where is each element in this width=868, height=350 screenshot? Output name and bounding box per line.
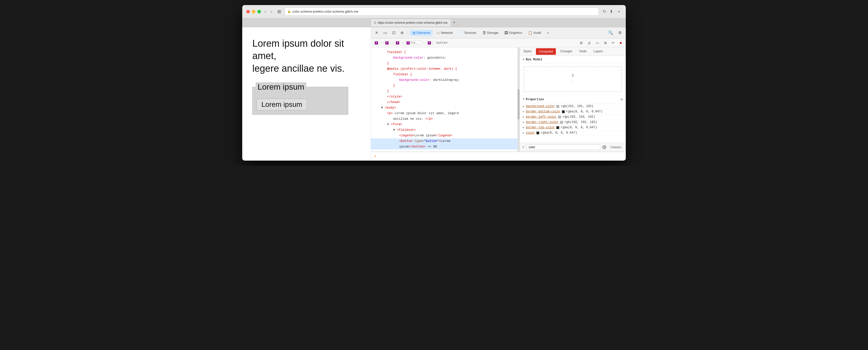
tab-node[interactable]: Node [576,48,590,56]
share-button[interactable]: ⬆ [608,8,614,15]
bc-tool-color[interactable]: ■ [618,40,624,46]
maximize-button[interactable] [257,10,261,13]
box-model-display: – – – 2 – [520,64,626,95]
console-bar: › [371,151,626,161]
classes-button[interactable]: Classes [608,145,623,149]
bc-tool-grid[interactable]: ⊞ [578,40,585,46]
prop-toggle-4[interactable]: ▶ [523,121,524,124]
tab-label: https://color-scheme-prefers-color-schem… [378,21,447,25]
breadcrumb-elem-1[interactable]: E [373,41,380,45]
url-text: color-scheme-prefers-color-scheme.glitch… [292,9,358,13]
properties-header[interactable]: ▼ Properties ⊙ [520,95,626,104]
prop-row-border-left-color: ▶ border-left-color rgb(192, 192, 192) [520,114,626,120]
tab-layers[interactable]: Layers [590,48,606,56]
url-bar[interactable]: 🔒 color-scheme-prefers-color-scheme.glit… [285,7,599,16]
tab-storage[interactable]: 🗄 Storage [480,30,501,36]
prop-toggle-3[interactable]: ▶ [523,115,524,118]
new-tab-button[interactable]: + [616,8,622,15]
tab-elements[interactable]: ⊞ Elements [410,30,433,36]
tab-more[interactable]: » [545,30,551,36]
inspect-rect-button[interactable]: ▭ [381,29,389,36]
properties-section: ▶ background-color rgb(192, 192, 192) ▶ … [520,104,626,143]
box-model-header[interactable]: ▼ Box Model [520,56,626,64]
color-swatch-3[interactable] [558,116,561,118]
prop-val-3: rgb(192, 192, 192) [562,115,595,119]
forward-button[interactable]: › [269,8,274,15]
tab-view-button[interactable]: ⊞ [276,8,283,16]
prop-toggle-2[interactable]: ▶ [523,110,524,113]
add-tab-button[interactable]: + [451,20,458,25]
code-line-selected-2[interactable]: ipsum</button> == $0 [371,144,520,149]
code-scrollbar[interactable] [518,48,520,151]
code-line: } [371,88,520,94]
prop-toggle-1[interactable]: ▶ [523,105,524,108]
breadcrumb-elem-5[interactable]: E [426,41,433,45]
bc-tool-print[interactable]: 🖨 [586,40,593,46]
bc-arrow-3: › [402,41,404,45]
color-swatch-5[interactable] [556,126,559,129]
color-swatch-1[interactable] [556,105,559,108]
box-model-top-row: – – – [526,69,619,72]
code-line-selected[interactable]: <button type="button">Lorem [371,138,520,144]
legend-demo: Lorem ipsum [256,82,306,92]
reload-button[interactable]: ↻ [603,9,606,14]
tab-computed[interactable]: Computed [536,48,556,55]
code-line: } [371,61,520,66]
elements-tab-label: Elements [416,31,430,35]
active-tab[interactable]: C https://color-scheme-prefers-color-sch… [371,19,451,27]
tab-graphics[interactable]: 🖼 Graphics [502,30,525,36]
bc-tool-pen[interactable]: ✏ [610,40,617,46]
devtools-settings-button[interactable]: ⚙ [616,29,624,36]
main-content: Lorem ipsum dolor sit amet, legere ancil… [242,27,626,161]
code-line: ▼ <body> [371,105,520,111]
breadcrumb-fieldset[interactable]: E fie... [405,41,422,45]
prop-key-2: border-bottom-color [526,110,560,113]
color-swatch-6[interactable] [536,132,539,134]
prop-val-2: rgba(0, 0, 0, 0.847) [566,110,602,113]
prop-toggle-6[interactable]: ▶ [523,131,524,134]
tab-favicon: C [374,21,376,24]
breadcrumb-elem-3[interactable]: E [394,41,401,45]
prop-key-3: border-left-color [526,115,557,119]
box-top-val: – [572,69,574,72]
inspect-device-button[interactable]: ⊡ [390,29,397,36]
code-line: </style> [371,94,520,99]
filter-input[interactable] [526,144,600,150]
bc-tool-squares[interactable]: ⊞ [602,40,609,46]
prop-key-6: color [526,131,535,135]
breadcrumb-fieldset-label: fie... [410,41,421,45]
box-model-toggle: ▼ [523,58,524,61]
breadcrumb-elem-2[interactable]: E [383,41,390,45]
devtools-close-button[interactable]: ✕ [373,29,380,36]
close-button[interactable] [246,10,250,13]
button-demo[interactable]: Lorem ipsum [257,99,307,110]
prop-key-5: border-top-color [526,126,555,129]
prop-key-4: border-right-color [526,120,559,124]
code-line: } [371,83,520,88]
color-swatch-2[interactable] [562,110,565,113]
back-button[interactable]: ‹ [263,8,267,15]
bc-tool-layout[interactable]: ▭ [594,40,601,46]
properties-options-icon[interactable]: ⊙ [621,97,623,101]
elements-icon: ⊞ [412,31,415,35]
tab-changes[interactable]: Changes [557,48,576,56]
lock-icon: 🔒 [287,10,291,13]
tab-network[interactable]: ↑↓ Network [434,30,456,36]
tab-sources[interactable]: 📄 Sources [457,30,479,36]
right-panel: Styles Computed Changes Node Layers ▼ Bo… [520,48,626,151]
console-arrow-icon: › [374,154,376,158]
text-line1: Lorem ipsum dolor sit amet, [252,38,344,61]
code-panel[interactable]: fieldset { background-color: gainsboro; … [371,48,520,151]
code-line: </head> [371,99,520,105]
pick-element-button[interactable]: ⊕ [398,29,406,36]
prop-toggle-5[interactable]: ▶ [523,126,524,129]
tab-audit[interactable]: 📋 Audit [526,30,544,36]
minimize-button[interactable] [252,10,255,13]
code-line: ▼ <form> [371,122,520,127]
filter-clear-button[interactable]: ✕ [602,145,606,149]
color-swatch-4[interactable] [560,121,563,124]
graphics-icon: 🖼 [504,31,508,35]
tab-styles[interactable]: Styles [520,48,535,56]
box-model-outer: – – – 2 – [524,67,622,92]
devtools-search-button[interactable]: 🔍 [606,29,615,36]
